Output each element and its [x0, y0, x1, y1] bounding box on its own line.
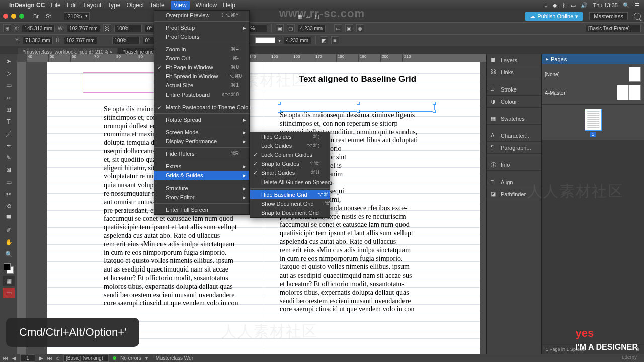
fit-frame-icon[interactable]: ▢: [287, 24, 295, 32]
menu-item-actual-size[interactable]: Actual Size⌘1: [154, 81, 249, 90]
menu-item-show-document-grid[interactable]: Show Document Grid⌘': [250, 199, 330, 208]
view-mode-normal-icon[interactable]: ▦: [3, 276, 15, 286]
open-icon[interactable]: ⎋: [56, 355, 59, 361]
last-page-icon[interactable]: ⏭: [47, 355, 52, 361]
menu-item-grids-guides[interactable]: Grids & Guides: [154, 171, 249, 180]
menu-edit[interactable]: Edit: [67, 2, 77, 9]
menu-item-lock-guides[interactable]: Lock Guides⌥⌘;: [250, 141, 330, 150]
panel-pathfinder[interactable]: ◪Pathfinder: [487, 188, 541, 200]
battery-icon[interactable]: ▭: [571, 2, 576, 9]
menu-item-enter-full-screen[interactable]: Enter Full Screen: [154, 205, 249, 214]
free-transform-tool-icon[interactable]: ⟲: [3, 201, 15, 211]
window-maximize-icon[interactable]: [19, 14, 24, 19]
menu-item-snap-to-guides[interactable]: Snap to Guides⇧⌘;: [250, 159, 330, 168]
gap2-field[interactable]: 4.233 mm: [284, 37, 311, 44]
spotlight-icon[interactable]: 🔍: [623, 2, 630, 9]
master-none-label[interactable]: [None]: [545, 72, 559, 77]
rectangle-tool-icon[interactable]: ▭: [3, 177, 15, 187]
panel-character[interactable]: ACharacter...: [487, 130, 541, 142]
text-wrap-none-icon[interactable]: ▭: [334, 24, 342, 32]
hand-tool-icon[interactable]: ✋: [3, 237, 15, 247]
menu-window[interactable]: Window: [196, 2, 217, 9]
w-field[interactable]: 102.767 mm: [67, 25, 100, 32]
y-field[interactable]: 71.383 mm: [23, 37, 53, 44]
menu-item-hide-rulers[interactable]: Hide Rulers⌘R: [154, 149, 249, 158]
notification-icon[interactable]: ☰: [635, 2, 640, 9]
menu-item-structure[interactable]: Structure: [154, 184, 249, 193]
menu-help[interactable]: Help: [223, 2, 235, 9]
fill-stroke-swatch[interactable]: [4, 263, 14, 274]
a-master-thumb-l[interactable]: [617, 85, 629, 100]
a-master-label[interactable]: A-Master: [545, 90, 566, 96]
menu-item-display-performance[interactable]: Display Performance: [154, 137, 249, 146]
menu-file[interactable]: File: [51, 2, 60, 9]
menu-item-hide-baseline-grid[interactable]: Hide Baseline Grid⌥⌘': [250, 190, 330, 199]
pages-panel-tab[interactable]: ▸ Pages: [542, 54, 644, 64]
align-icon[interactable]: ≡: [331, 36, 339, 44]
panel-layers[interactable]: ≣Layers: [487, 54, 541, 66]
h-field[interactable]: 102.767 mm: [64, 37, 97, 44]
panel-swatches[interactable]: ▦Swatches: [487, 113, 541, 125]
zoom-tool-icon[interactable]: 🔍: [3, 249, 15, 259]
menu-item-extras[interactable]: Extras: [154, 162, 249, 171]
preflight-errors[interactable]: No errors: [120, 355, 141, 361]
panel-paragraph[interactable]: ¶Paragraph...: [487, 142, 541, 154]
rectangle-frame-tool-icon[interactable]: ⊠: [3, 165, 15, 175]
publish-online-button[interactable]: ☁ Publish Online ▾: [525, 12, 583, 21]
menu-item-fit-spread-in-window[interactable]: Fit Spread in Window⌥⌘0: [154, 72, 249, 81]
corner-options-icon[interactable]: ◩: [320, 36, 328, 44]
a-master-thumb-r[interactable]: [629, 85, 641, 100]
window-minimize-icon[interactable]: [11, 14, 16, 19]
frame-style-select[interactable]: [Basic Text Frame]: [586, 25, 641, 32]
reference-point-icon[interactable]: ⊞: [3, 24, 11, 32]
menu-item-proof-setup[interactable]: Proof Setup: [154, 23, 249, 32]
next-page-icon[interactable]: ▶: [39, 355, 43, 361]
menu-view[interactable]: View: [171, 1, 190, 10]
fit-content-icon[interactable]: ▣: [276, 24, 284, 32]
search-icon[interactable]: [634, 13, 641, 20]
scale-y-field[interactable]: 100%: [112, 37, 140, 44]
direct-selection-tool-icon[interactable]: ▷: [3, 68, 15, 78]
x-field[interactable]: 145.313 mm: [22, 25, 55, 32]
content-collector-icon[interactable]: ⊞: [3, 105, 15, 115]
panel-info[interactable]: ⓘInfo: [487, 159, 541, 171]
gradient-tool-icon[interactable]: ▀: [3, 213, 15, 223]
wifi-icon[interactable]: ⏚: [544, 2, 548, 8]
menu-table[interactable]: Table: [150, 2, 165, 9]
bluetooth-icon[interactable]: ᚼ: [562, 2, 566, 8]
eyedropper-tool-icon[interactable]: ✐: [3, 225, 15, 235]
menu-item-proof-colours[interactable]: Proof Colours: [154, 32, 249, 41]
horizontal-ruler[interactable]: 4050607080901001101201301401501601701801…: [26, 54, 486, 62]
menu-item-entire-pasteboard[interactable]: Entire Pasteboard⇧⌥⌘0: [154, 90, 249, 99]
none-master-thumb[interactable]: [629, 67, 641, 82]
page-field[interactable]: 1: [20, 354, 35, 362]
pen-tool-icon[interactable]: ✒: [3, 141, 15, 151]
menu-item-fit-page-in-window[interactable]: Fit Page in Window⌘0: [154, 63, 249, 72]
workspace-select[interactable]: Masterclass: [589, 12, 628, 20]
menu-type[interactable]: Type: [107, 2, 120, 9]
stock-link[interactable]: St: [46, 13, 51, 19]
menu-object[interactable]: Object: [126, 2, 144, 9]
clock[interactable]: Thu 13:35: [593, 2, 618, 8]
line-tool-icon[interactable]: ／: [3, 129, 15, 139]
preflight-profile[interactable]: [Basic] (working): [63, 354, 109, 362]
arrange-icon[interactable]: ▯▯: [313, 13, 319, 20]
selected-text-frame[interactable]: [279, 103, 435, 112]
panel-stroke[interactable]: ≡Stroke: [487, 83, 541, 96]
zoom-level-select[interactable]: 210%: [64, 12, 89, 20]
vertical-ruler[interactable]: [17, 62, 26, 354]
panel-align[interactable]: ≡Align: [487, 176, 541, 188]
menu-item-screen-mode[interactable]: Screen Mode: [154, 128, 249, 137]
menu-item-smart-guides[interactable]: Smart Guides⌘U: [250, 168, 330, 177]
menu-item-story-editor[interactable]: Story Editor: [154, 193, 249, 202]
page-1-thumb[interactable]: [585, 109, 602, 131]
gap-field[interactable]: 4.233 mm: [298, 25, 326, 32]
menu-item-overprint-preview[interactable]: Overprint Preview⇧⌥⌘Y: [154, 11, 249, 20]
scale-x-field[interactable]: 100%: [114, 25, 142, 32]
type-tool-icon[interactable]: T: [3, 117, 15, 127]
view-mode-preview-icon[interactable]: ▭: [3, 288, 15, 298]
menu-item-rotate-spread[interactable]: Rotate Spread: [154, 115, 249, 124]
screen-mode-icon[interactable]: ▭: [305, 13, 310, 20]
constrain-icon[interactable]: ⛓: [103, 24, 111, 32]
view-options-icon[interactable]: ▦: [297, 13, 302, 20]
